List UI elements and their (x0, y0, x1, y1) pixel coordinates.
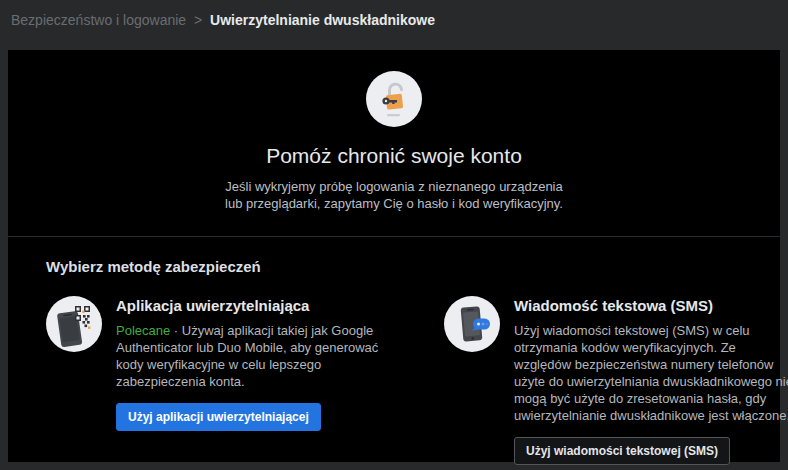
method-description: Użyj wiadomości tekstowej (SMS) w celu o… (514, 322, 788, 424)
page-description: Jeśli wykryjemy próbę logowania z niezna… (219, 178, 569, 212)
use-text-message-button[interactable]: Użyj wiadomości tekstowej (SMS) (514, 437, 730, 465)
badge-separator: · (174, 323, 178, 338)
method-card-body: Wiadomość tekstowa (SMS) Użyj wiadomości… (514, 296, 788, 465)
open-lock-with-key-icon (366, 71, 422, 127)
phone-qr-code-icon (46, 296, 102, 352)
methods-section-title: Wybierz metodę zabezpieczeń (46, 258, 766, 275)
method-card-authenticator-app: Aplikacja uwierzytelniająca Polecane · U… (46, 296, 398, 465)
breadcrumb: Bezpieczeństwo i logowanie > Uwierzyteln… (0, 0, 788, 50)
method-card-body: Aplikacja uwierzytelniająca Polecane · U… (116, 296, 398, 431)
method-title: Aplikacja uwierzytelniająca (116, 297, 398, 314)
breadcrumb-separator: > (194, 12, 202, 28)
phone-sms-bubble-icon (444, 296, 500, 352)
security-methods-section: Wybierz metodę zabezpieczeń (8, 237, 780, 465)
breadcrumb-current: Uwierzytelnianie dwuskładnikowe (210, 12, 435, 28)
use-authenticator-app-button[interactable]: Użyj aplikacji uwierzytelniającej (116, 403, 321, 431)
method-cards: Aplikacja uwierzytelniająca Polecane · U… (46, 296, 766, 465)
method-description-text: Użyj wiadomości tekstowej (SMS) w celu o… (514, 323, 788, 423)
hero-section: Pomóż chronić swoje konto Jeśli wykryjem… (8, 50, 780, 237)
recommended-badge: Polecane (116, 323, 170, 338)
two-factor-panel: Pomóż chronić swoje konto Jeśli wykryjem… (8, 50, 780, 462)
method-title: Wiadomość tekstowa (SMS) (514, 297, 788, 314)
method-card-sms: Wiadomość tekstowa (SMS) Użyj wiadomości… (444, 296, 788, 465)
page-title: Pomóż chronić swoje konto (8, 144, 780, 168)
method-description: Polecane · Używaj aplikacji takiej jak G… (116, 322, 398, 390)
breadcrumb-parent-link[interactable]: Bezpieczeństwo i logowanie (11, 12, 186, 28)
